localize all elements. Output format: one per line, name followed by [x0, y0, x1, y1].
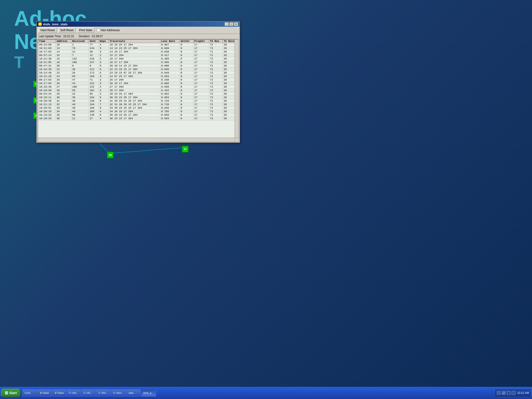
toolbar: Hard Reset Soft Reset Print State Hex Ad…	[37, 27, 240, 34]
taskbar-item-d[interactable]: C~//D...	[82, 389, 95, 396]
table-row: 10:21:031376244513 14 15 25 17 2040.6890…	[38, 47, 238, 50]
col-lossrate: Loss Rate	[160, 40, 180, 43]
table-row: 10:10:25361127436 23 15 17 2040.59301772…	[38, 117, 238, 120]
col-progver: ProgVer	[193, 40, 209, 43]
table-row: 10:17:042643222326 16 17 2040.8060177220	[38, 82, 238, 85]
taskbar-items: Conf... ⚡Flash ⚡Flash C~//tin... C~//D..…	[22, 389, 494, 396]
table-row: 10:20:582859101228 17 2040.4160177220	[38, 89, 238, 92]
title-left: ● dsdv_ismc_stats	[38, 22, 68, 26]
table-row: 10:18:3027100222227 17 2040.5500177220	[38, 85, 238, 89]
tray-icon-1: ♪	[497, 391, 501, 395]
hard-reset-button[interactable]: Hard Reset	[38, 28, 57, 33]
table-row: 10:16:352236212522 23 29 15 17 2040.8300…	[38, 68, 238, 71]
system-tray: ♪ 🔊 ⊕ 🛡 10:21 AM	[494, 389, 531, 397]
start-button[interactable]: ⊞ Start	[1, 389, 21, 397]
hex-addresses-label: Hex Addresses	[101, 29, 120, 32]
tray-icons: ♪ 🔊 ⊕ 🛡	[497, 391, 516, 395]
col-time: Time	[38, 40, 56, 43]
horizontal-scrollbar[interactable]	[38, 138, 235, 142]
table-row: 10:21:133246164732 31 39 29 15 25 17 204…	[38, 103, 238, 106]
taskbar-item-flash2[interactable]: ⚡Flash	[52, 389, 66, 396]
table-row: 08:47:312000520 10 14 15 17 2040.0000177…	[38, 64, 238, 68]
taskbar-item-flash1[interactable]: ⚡Flash	[37, 389, 51, 396]
col-txres: TX Res	[209, 40, 223, 43]
horizontal-scrollbar-area	[38, 138, 238, 142]
table-row: 10:17:03142158314 15 17 2040.6380177220	[38, 50, 238, 54]
taskbar-item-tin2[interactable]: C~//tin...	[96, 389, 110, 396]
col-address: Address	[56, 40, 71, 43]
taskbar-item-tin1[interactable]: C~//tin...	[67, 389, 81, 396]
tray-icon-4: 🛡	[511, 391, 516, 395]
taskbar-item-conf[interactable]: Conf...	[22, 389, 37, 396]
table-row: 10:19:333550146535 29 15 25 17 2040.6580…	[38, 113, 238, 117]
col-hops: Hops	[99, 40, 109, 43]
window-icon: ●	[38, 22, 42, 26]
maximize-button[interactable]: □	[229, 22, 234, 26]
tray-icon-2: 🔊	[501, 391, 506, 395]
taskbar-item-setti[interactable]: setti...	[127, 389, 140, 396]
soft-reset-button[interactable]: Soft Reset	[58, 28, 76, 33]
hex-addresses-option: Hex Addresses	[97, 29, 120, 32]
taskbar-item-dsdv[interactable]: dsdv_p...	[141, 389, 156, 396]
table-row: 09:24:0810177410 15 25 17 2040.987017722…	[38, 43, 238, 47]
node-49: 49	[107, 152, 114, 158]
col-received: Received	[71, 40, 89, 43]
table-row: 09:17:03254771225 17 2040.3380177220	[38, 78, 238, 82]
table-row: 09:54:34292265429 15 25 17 2040.66201772…	[38, 92, 238, 96]
taskbar: ⊞ Start Conf... ⚡Flash ⚡Flash C~//tin...…	[0, 387, 532, 399]
minimize-button[interactable]: _	[225, 22, 229, 26]
table-row: 10:20:333444205434 26 16 17 2040.7850177…	[38, 110, 238, 113]
col-setver: SetVer	[180, 40, 193, 43]
col-sent: Sent	[89, 40, 99, 43]
table-row: 10:20:513330188633 40 29 15 25 17 2040.8…	[38, 106, 238, 110]
vertical-scrollbar[interactable]	[235, 39, 238, 138]
taskbar-item-ton[interactable]: C~//ton...	[111, 389, 126, 396]
last-update-label: Last Update Time: 10:21:31	[39, 35, 74, 38]
table-row: 10:19:113035104530 29 15 25 17 2040.6630…	[38, 96, 238, 99]
window-controls: _ □ ×	[225, 22, 238, 26]
scroll-area: Time Address Received Sent Hops Tracerou…	[38, 39, 238, 138]
tray-icon-3: ⊕	[507, 391, 511, 395]
status-bar: Last Update Time: 10:21:31 Duration: 01:…	[37, 34, 240, 39]
table-row: 10:21:3016132216216 17 2040.3890177220	[38, 57, 238, 61]
duration-label: Duration: 01:36:07	[79, 35, 103, 38]
scrollbar-corner	[235, 138, 238, 142]
table-row: 10:20:363140138631 39 29 15 25 17 2040.7…	[38, 99, 238, 103]
col-traceroute: Traceroute	[109, 40, 160, 43]
table-row: 09:57:2415712215 17 2040.4170177220	[38, 54, 238, 57]
window-titlebar: ● dsdv_ismc_stats _ □ ×	[37, 22, 240, 27]
hex-addresses-checkbox[interactable]	[97, 29, 100, 32]
close-button[interactable]: ×	[234, 22, 238, 26]
table-row: 10:21:0518100247318 27 17 2040.595017722…	[38, 61, 238, 64]
table-container: Time Address Received Sent Hops Tracerou…	[38, 39, 239, 142]
main-window: ● dsdv_ismc_stats _ □ × Hard Reset Soft …	[36, 21, 240, 143]
tray-time: 10:21 AM	[517, 391, 529, 395]
node-37: 37	[182, 146, 189, 152]
table-row: 10:21:262465156424 67 25 17 2040.5930177…	[38, 75, 238, 78]
print-state-button[interactable]: Print State	[77, 28, 95, 33]
window-title: dsdv_ismc_stats	[43, 22, 68, 26]
table-row: 10:14:482326172623 29 15 67 25 17 2040.8…	[38, 71, 238, 75]
data-table: Time Address Received Sent Hops Tracerou…	[38, 39, 238, 120]
